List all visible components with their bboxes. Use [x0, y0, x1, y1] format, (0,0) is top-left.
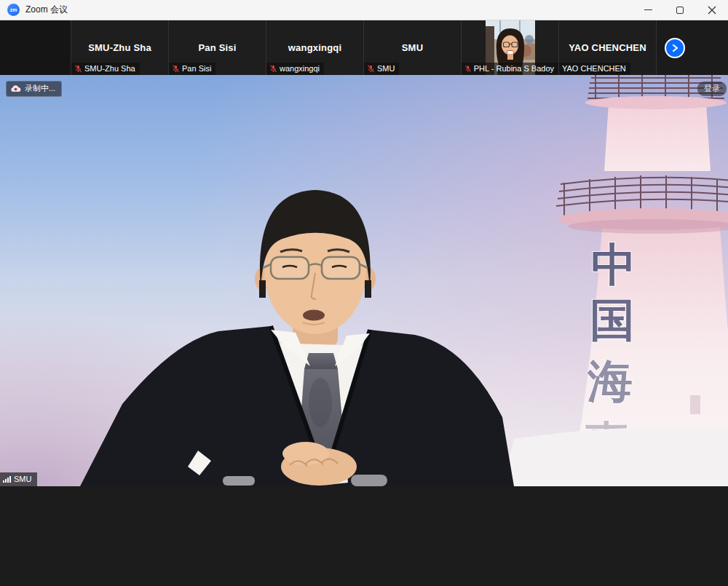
participant-tile-yao-chenchen[interactable]: YAO CHENCHEN YAO CHENCHEN — [559, 20, 657, 75]
zoom-meeting-window: zm Zoom 会议 SMU-Zhu Sha — [0, 0, 728, 586]
mic-muted-icon — [464, 65, 472, 73]
participant-name: SMU — [402, 42, 424, 53]
titlebar: zm Zoom 会议 — [0, 0, 728, 20]
mic-muted-icon — [74, 65, 82, 73]
minimize-icon — [644, 9, 652, 10]
maximize-icon — [676, 7, 684, 14]
participant-tile-rubina[interactable]: PHL - Rubina S Badoy — [462, 20, 559, 75]
zoom-logo-icon: zm — [7, 4, 20, 16]
participant-label-text: SMU — [377, 64, 395, 73]
active-speaker-name: SMU — [14, 475, 31, 483]
mic-muted-icon — [172, 65, 180, 73]
lighthouse-char-1: 中 — [591, 239, 636, 290]
login-button[interactable]: 登录 — [697, 82, 727, 96]
next-participants-button[interactable] — [665, 38, 685, 58]
participant-label: wangxingqi — [266, 63, 324, 75]
filmstrip-overflow-area — [657, 20, 728, 75]
participant-label: PHL - Rubina S Badoy — [462, 63, 558, 75]
main-speaker-video: 中 国 海 事 — [0, 75, 728, 486]
desk — [502, 427, 728, 486]
participant-name: YAO CHENCHEN — [569, 42, 646, 53]
participant-filmstrip: SMU-Zhu Sha SMU-Zhu Sha Pan Sisi — [0, 20, 728, 75]
recording-status-text: 录制中... — [25, 83, 55, 94]
participant-tile-smu-zhu-sha[interactable]: SMU-Zhu Sha SMU-Zhu Sha — [71, 20, 169, 75]
participant-name: Pan Sisi — [198, 42, 236, 53]
participant-label-text: Pan Sisi — [182, 64, 211, 73]
maximize-button[interactable] — [664, 0, 696, 20]
participant-label-text: SMU-Zhu Sha — [84, 64, 135, 73]
participant-label: SMU — [364, 63, 399, 75]
participant-name: wangxingqi — [288, 42, 342, 53]
lighthouse-char-3: 海 — [587, 356, 633, 406]
participant-tile-smu[interactable]: SMU SMU — [364, 20, 462, 75]
active-speaker-label: SMU — [0, 472, 37, 486]
window-controls — [632, 0, 728, 20]
participant-label-text: YAO CHENCHEN — [562, 64, 626, 73]
mic-muted-icon — [367, 65, 375, 73]
participant-tile-wangxingqi[interactable]: wangxingqi wangxingqi — [266, 20, 364, 75]
participant-label-text: PHL - Rubina S Badoy — [474, 64, 554, 73]
participant-label: SMU-Zhu Sha — [71, 63, 140, 75]
speaker-video-scene: 中 国 海 事 — [0, 75, 728, 486]
signal-bars-icon — [3, 476, 11, 483]
minimize-button[interactable] — [632, 0, 664, 20]
mic-muted-icon — [269, 65, 277, 73]
lighthouse-char-2: 国 — [590, 295, 635, 345]
cloud-record-icon — [10, 84, 21, 92]
participant-label: Pan Sisi — [169, 63, 215, 75]
filmstrip-partial-tile[interactable] — [0, 20, 71, 75]
participant-tile-pan-sisi[interactable]: Pan Sisi Pan Sisi — [169, 20, 266, 75]
window-title: Zoom 会议 — [25, 4, 68, 16]
recording-status-badge: 录制中... — [6, 81, 62, 97]
close-button[interactable] — [696, 0, 728, 20]
participant-label: YAO CHENCHEN — [559, 63, 630, 75]
participant-name: SMU-Zhu Sha — [88, 42, 151, 53]
close-icon — [708, 6, 716, 15]
bottom-filler — [0, 486, 728, 586]
participant-label-text: wangxingqi — [280, 64, 320, 73]
chevron-right-icon — [670, 43, 680, 53]
